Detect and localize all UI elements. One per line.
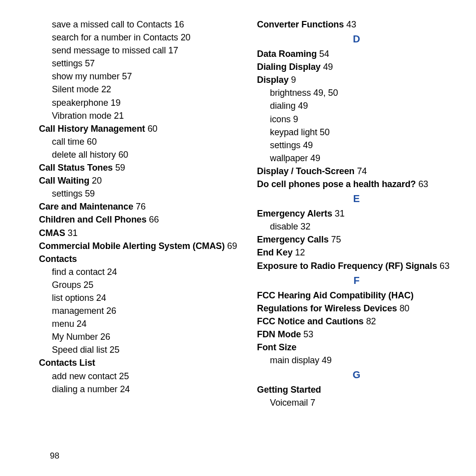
entry-label: Converter Functions (257, 19, 344, 29)
index-sub-entry: dialing a number 24 (39, 383, 238, 396)
index-sub-entry: My Number 26 (39, 330, 238, 343)
entry-label: Care and Maintenance (39, 202, 133, 212)
index-main-entry: Contacts (39, 252, 238, 265)
index-main-entry: Display 9 (257, 73, 456, 86)
page-ref: 59 (85, 189, 95, 199)
entry-label: My Number (52, 332, 98, 342)
index-main-entry: FDN Mode 53 (257, 328, 456, 341)
page-ref: 17 (168, 45, 178, 55)
index-main-entry: Call Status Tones 59 (39, 161, 238, 174)
page-ref: 19 (111, 98, 121, 108)
entry-label: End Key (257, 247, 292, 257)
section-letter: F (257, 273, 456, 288)
entry-label: Contacts List (39, 358, 95, 368)
page-ref: 57 (122, 71, 132, 81)
index-sub-entry: speakerphone 19 (39, 96, 238, 109)
entry-label: Call History Management (39, 124, 145, 134)
index-page: save a missed call to Contacts 16search … (0, 0, 476, 476)
index-main-entry: Data Roaming 54 (257, 47, 456, 60)
index-main-entry: Care and Maintenance 76 (39, 200, 238, 213)
entry-label: dialing a number (52, 384, 117, 394)
entry-label: delete all history (52, 150, 116, 160)
entry-label: list options (52, 293, 94, 303)
page-ref: 25 (119, 371, 129, 381)
index-sub-entry: save a missed call to Contacts 16 (39, 18, 238, 31)
entry-label: CMAS (39, 228, 65, 238)
page-ref: 31 (335, 209, 345, 219)
page-ref: 66 (149, 215, 159, 225)
page-ref: 22 (101, 84, 111, 94)
entry-label: Dialing Display (257, 62, 321, 72)
right-column: Converter Functions 43DData Roaming 54Di… (257, 18, 456, 409)
page-ref: 24 (77, 319, 87, 329)
page-ref: 60 (148, 124, 158, 134)
page-ref: 21 (114, 111, 124, 121)
page-ref: 7 (310, 398, 315, 408)
page-ref: 32 (300, 222, 310, 232)
index-main-entry: Exposure to Radio Frequency (RF) Signals… (257, 259, 456, 272)
page-ref: 50 (320, 127, 330, 137)
page-ref: 74 (357, 166, 367, 176)
index-main-entry: Call History Management 60 (39, 122, 238, 135)
index-main-entry: Display / Touch-Screen 74 (257, 165, 456, 178)
entry-label: brightness (270, 88, 311, 98)
entry-label: Data Roaming (257, 49, 317, 59)
entry-label: dialing (270, 101, 295, 111)
index-main-entry: End Key 12 (257, 246, 456, 259)
entry-label: Getting Started (257, 385, 321, 395)
entry-label: settings (52, 58, 82, 68)
page-ref: 60 (87, 137, 97, 147)
index-sub-entry: settings 59 (39, 187, 238, 200)
page-ref: 25 (83, 280, 93, 290)
page-ref: 12 (295, 247, 305, 257)
index-sub-entry: icons 9 (257, 113, 456, 126)
entry-label: FDN Mode (257, 329, 301, 339)
index-sub-entry: show my number 57 (39, 70, 238, 83)
index-sub-entry: find a contact 24 (39, 265, 238, 278)
entry-label: Call Waiting (39, 176, 89, 186)
index-main-entry: CMAS 31 (39, 227, 238, 239)
entry-label: settings (270, 140, 300, 150)
entry-label: call time (52, 137, 84, 147)
entry-label: Groups (52, 280, 81, 290)
page-ref: 9 (293, 114, 298, 124)
entry-label: Display / Touch-Screen (257, 166, 355, 176)
entry-label: send message to missed call (52, 45, 166, 55)
index-main-entry: Commercial Mobile Alerting System (CMAS)… (39, 239, 238, 252)
page-ref: 20 (92, 176, 102, 186)
index-main-entry: Emergency Calls 75 (257, 233, 456, 246)
page-ref: 24 (107, 267, 117, 277)
entry-label: Display (257, 75, 288, 85)
index-main-entry: Do cell phones pose a health hazard? 63 (257, 178, 456, 191)
page-ref: 26 (106, 306, 116, 316)
entry-label: FCC Notice and Cautions (257, 316, 364, 326)
entry-label: add new contact (52, 371, 117, 381)
page-ref: 26 (100, 332, 110, 342)
entry-label: Vibration mode (52, 111, 111, 121)
entry-label: Font Size (257, 342, 296, 352)
index-sub-entry: keypad light 50 (257, 126, 456, 139)
entry-label: keypad light (270, 127, 317, 137)
entry-label: icons (270, 114, 291, 124)
index-main-entry: Converter Functions 43 (257, 18, 456, 31)
page-ref: 80 (400, 303, 410, 313)
index-main-entry: FCC Notice and Cautions 82 (257, 315, 456, 328)
entry-label: Silent mode (52, 84, 99, 94)
index-sub-entry: list options 24 (39, 291, 238, 304)
page-ref: 9 (291, 75, 296, 85)
entry-label: FCC Hearing Aid Compatibility (HAC) Regu… (257, 290, 414, 313)
page-ref: 49 (323, 62, 333, 72)
page-ref: 20 (181, 32, 191, 42)
page-ref: 59 (115, 163, 125, 173)
entry-label: disable (270, 222, 298, 232)
section-letter: G (257, 368, 456, 382)
page-ref: 16 (174, 19, 184, 29)
page-ref: 60 (118, 150, 128, 160)
page-ref: 43 (346, 19, 356, 29)
section-letter: E (257, 192, 456, 206)
entry-label: Emergency Alerts (257, 209, 332, 219)
entry-label: Exposure to Radio Frequency (RF) Signals (257, 261, 437, 271)
page-ref: 24 (120, 384, 130, 394)
page-ref: 76 (136, 202, 146, 212)
page-ref: 75 (331, 235, 341, 244)
